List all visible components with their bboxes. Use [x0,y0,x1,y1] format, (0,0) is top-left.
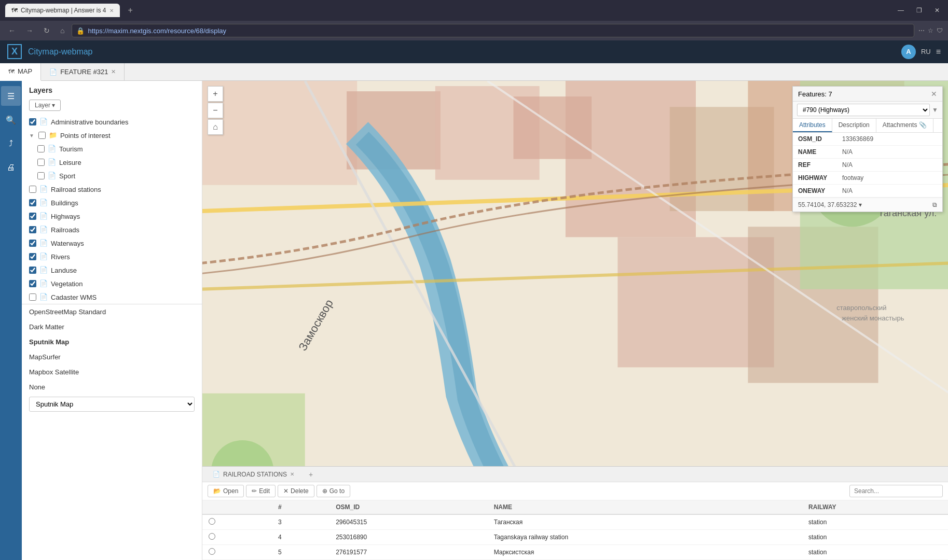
new-tab-button[interactable]: + [124,4,137,17]
tab-map[interactable]: 🗺 MAP [0,63,41,81]
layer-checkbox-vegetation[interactable] [29,280,36,287]
popup-tab-attachments[interactable]: Attachments 📎 [876,119,933,132]
layer-item-admin-boundaries[interactable]: 📄 Administrative boundaries [22,115,202,129]
popup-nav-down[interactable]: ▼ [932,106,938,114]
open-button[interactable]: 📂 Open [208,485,244,497]
tab-close-btn[interactable]: ✕ [109,8,114,13]
layer-item-cadaster[interactable]: 📄 Cadaster WMS [22,290,202,304]
layer-item-waterways[interactable]: 📄 Waterways [22,236,202,250]
delete-button[interactable]: ✕ Delete [278,485,314,497]
feature-tab-close[interactable]: ✕ [111,68,116,75]
copy-coords-button[interactable]: ⧉ [932,201,937,208]
zoom-in-button[interactable]: + [208,86,223,102]
layer-item-tourism[interactable]: 📄 Tourism [22,142,202,156]
active-tab[interactable]: 🗺 Citymap-webmap | Answer is 4 ✕ [5,4,120,17]
language-button[interactable]: RU [921,48,931,55]
basemap-none[interactable]: None [22,380,202,395]
layer-checkbox-railroads[interactable] [29,226,36,233]
address-bar-row: ← → ↻ ⌂ 🔒 https://maxim.nextgis.com/reso… [0,21,948,40]
layer-checkbox-waterways[interactable] [29,240,36,247]
print-tool[interactable]: 🖨 [1,158,21,177]
layer-item-highways[interactable]: 📄 Highways [22,209,202,223]
back-button[interactable]: ← [5,25,19,36]
layer-checkbox-tourism[interactable] [37,145,45,152]
layer-checkbox-leisure[interactable] [37,159,45,166]
share-tool[interactable]: ⤴ [1,134,21,153]
close-button[interactable]: ✕ [931,6,943,15]
table-row[interactable]: 5 276191577 Марксистская station [202,545,948,560]
layer-checkbox-admin[interactable] [29,118,36,125]
basemap-mapsurfer[interactable]: MapSurfer [22,349,202,365]
shield-icon[interactable]: 🛡 [937,27,943,34]
table-row[interactable]: 3 296045315 Таганская station [202,514,948,530]
layer-item-vegetation[interactable]: 📄 Vegetation [22,277,202,290]
col-osmid: OSM_ID [329,500,488,514]
extensions-icon[interactable]: ⋯ [918,27,925,34]
forward-button[interactable]: → [23,25,36,36]
refresh-button[interactable]: ↻ [40,25,53,36]
layer-item-railroad-stations[interactable]: 📄 Railroad stations [22,183,202,196]
row-radio-3[interactable] [209,518,215,525]
layer-checkbox-cadaster[interactable] [29,293,36,301]
user-avatar[interactable]: A [901,45,916,59]
popup-close-button[interactable]: ✕ [931,90,937,98]
attr-val-oneway: N/A [842,187,853,194]
layer-name-vegetation: Vegetation [51,280,83,288]
maximize-button[interactable]: ❐ [913,6,925,15]
basemap-sputnik[interactable]: Sputnik Map [22,334,202,349]
add-panel-tab-button[interactable]: + [305,470,317,479]
bottom-tab-close[interactable]: ✕ [290,471,294,477]
row-radio-5[interactable] [209,548,215,555]
file-icon-sport: 📄 [48,172,56,180]
layers-tool[interactable]: ☰ [1,86,21,106]
bookmark-icon[interactable]: ☆ [928,27,933,34]
tab-feature[interactable]: 📄 FEATURE #321 ✕ [41,63,125,81]
layer-checkbox-landuse[interactable] [29,267,36,274]
layer-checkbox-highways[interactable] [29,213,36,220]
goto-button[interactable]: ⊕ Go to [317,485,350,497]
expand-poi-icon[interactable]: ▼ [29,133,34,138]
file-icon-vegetation: 📄 [39,279,48,288]
app-header: X Citymap-webmap A RU ≡ [0,40,948,63]
layer-item-sport[interactable]: 📄 Sport [22,169,202,183]
map-area[interactable]: Замосквор Таганская ул. ставропольский ж… [202,81,948,560]
layer-checkbox-buildings[interactable] [29,199,36,206]
basemap-select[interactable]: Sputnik Map [29,397,195,412]
feature-selector[interactable]: #790 (Highways) [797,104,930,116]
layer-item-railroads[interactable]: 📄 Railroads [22,223,202,236]
edit-button[interactable]: ✏ Edit [246,485,276,497]
search-tool[interactable]: 🔍 [1,110,21,130]
popup-tab-description[interactable]: Description [832,119,876,132]
home-button[interactable]: ⌂ [57,25,67,36]
address-bar[interactable]: 🔒 https://maxim.nextgis.com/resource/68/… [72,24,914,37]
layer-item-rivers[interactable]: 📄 Rivers [22,250,202,263]
layer-checkbox-sport[interactable] [37,172,45,179]
attr-val-osmid: 133636869 [842,135,873,143]
layer-name-cadaster: Cadaster WMS [51,293,97,301]
app-title: Citymap-webmap [28,47,92,57]
browser-icons: ⋯ ☆ 🛡 [918,27,943,34]
layer-name-admin: Administrative boundaries [51,118,129,126]
table-container: # OSM_ID NAME RAILWAY 3 296045315 [202,500,948,560]
layer-item-landuse[interactable]: 📄 Landuse [22,263,202,277]
table-row[interactable]: 4 253016890 Taganskaya railway station s… [202,530,948,545]
layer-checkbox-poi[interactable] [38,132,46,139]
home-extent-button[interactable]: ⌂ [208,119,223,135]
coordinates-text[interactable]: 55.74104, 37.653232 ▾ [798,201,862,208]
layer-filter-button[interactable]: Layer ▾ [29,100,61,111]
bottom-tab-railroad[interactable]: 📄 RAILROAD STATIONS ✕ [207,467,300,482]
popup-tab-attributes[interactable]: Attributes [793,119,832,132]
search-input[interactable] [849,485,943,497]
layer-item-leisure[interactable]: 📄 Leisure [22,156,202,169]
row-radio-4[interactable] [209,533,215,540]
basemap-osm[interactable]: OpenStreetMap Standard [22,304,202,319]
zoom-out-button[interactable]: − [208,103,223,118]
basemap-dark[interactable]: Dark Matter [22,319,202,334]
minimize-button[interactable]: — [895,6,907,15]
layer-item-buildings[interactable]: 📄 Buildings [22,196,202,209]
layer-item-poi[interactable]: ▼ 📁 Points of interest [22,129,202,142]
layer-checkbox-rivers[interactable] [29,253,36,260]
basemap-mapbox[interactable]: Mapbox Satellite [22,365,202,380]
hamburger-menu[interactable]: ≡ [936,47,941,57]
layer-checkbox-railroad-stations[interactable] [29,186,36,193]
